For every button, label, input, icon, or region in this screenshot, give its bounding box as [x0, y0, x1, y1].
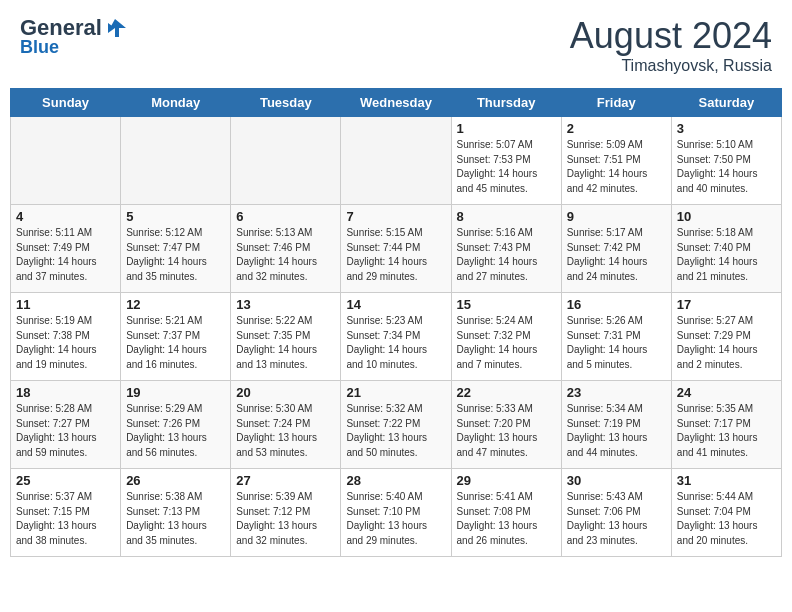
- day-info: Sunrise: 5:24 AMSunset: 7:32 PMDaylight:…: [457, 314, 556, 372]
- day-number: 31: [677, 473, 776, 488]
- day-info: Sunrise: 5:28 AMSunset: 7:27 PMDaylight:…: [16, 402, 115, 460]
- day-number: 8: [457, 209, 556, 224]
- header-row: SundayMondayTuesdayWednesdayThursdayFrid…: [11, 89, 782, 117]
- calendar-cell: [341, 117, 451, 205]
- calendar-cell: 8Sunrise: 5:16 AMSunset: 7:43 PMDaylight…: [451, 205, 561, 293]
- col-header-wednesday: Wednesday: [341, 89, 451, 117]
- day-number: 7: [346, 209, 445, 224]
- day-info: Sunrise: 5:37 AMSunset: 7:15 PMDaylight:…: [16, 490, 115, 548]
- day-info: Sunrise: 5:41 AMSunset: 7:08 PMDaylight:…: [457, 490, 556, 548]
- day-number: 6: [236, 209, 335, 224]
- calendar-cell: 15Sunrise: 5:24 AMSunset: 7:32 PMDayligh…: [451, 293, 561, 381]
- week-row-2: 11Sunrise: 5:19 AMSunset: 7:38 PMDayligh…: [11, 293, 782, 381]
- location: Timashyovsk, Russia: [570, 57, 772, 75]
- day-number: 23: [567, 385, 666, 400]
- title-block: August 2024 Timashyovsk, Russia: [570, 15, 772, 75]
- day-number: 13: [236, 297, 335, 312]
- calendar-table: SundayMondayTuesdayWednesdayThursdayFrid…: [10, 88, 782, 557]
- week-row-4: 25Sunrise: 5:37 AMSunset: 7:15 PMDayligh…: [11, 469, 782, 557]
- day-number: 21: [346, 385, 445, 400]
- calendar-cell: 19Sunrise: 5:29 AMSunset: 7:26 PMDayligh…: [121, 381, 231, 469]
- calendar-cell: 13Sunrise: 5:22 AMSunset: 7:35 PMDayligh…: [231, 293, 341, 381]
- calendar-cell: 4Sunrise: 5:11 AMSunset: 7:49 PMDaylight…: [11, 205, 121, 293]
- calendar-cell: 21Sunrise: 5:32 AMSunset: 7:22 PMDayligh…: [341, 381, 451, 469]
- calendar-cell: 9Sunrise: 5:17 AMSunset: 7:42 PMDaylight…: [561, 205, 671, 293]
- col-header-thursday: Thursday: [451, 89, 561, 117]
- week-row-0: 1Sunrise: 5:07 AMSunset: 7:53 PMDaylight…: [11, 117, 782, 205]
- calendar-cell: 12Sunrise: 5:21 AMSunset: 7:37 PMDayligh…: [121, 293, 231, 381]
- calendar-cell: 7Sunrise: 5:15 AMSunset: 7:44 PMDaylight…: [341, 205, 451, 293]
- day-info: Sunrise: 5:18 AMSunset: 7:40 PMDaylight:…: [677, 226, 776, 284]
- day-info: Sunrise: 5:34 AMSunset: 7:19 PMDaylight:…: [567, 402, 666, 460]
- day-number: 2: [567, 121, 666, 136]
- calendar-cell: 23Sunrise: 5:34 AMSunset: 7:19 PMDayligh…: [561, 381, 671, 469]
- day-info: Sunrise: 5:43 AMSunset: 7:06 PMDaylight:…: [567, 490, 666, 548]
- day-info: Sunrise: 5:15 AMSunset: 7:44 PMDaylight:…: [346, 226, 445, 284]
- calendar-cell: 28Sunrise: 5:40 AMSunset: 7:10 PMDayligh…: [341, 469, 451, 557]
- day-number: 12: [126, 297, 225, 312]
- calendar-cell: 24Sunrise: 5:35 AMSunset: 7:17 PMDayligh…: [671, 381, 781, 469]
- month-title: August 2024: [570, 15, 772, 57]
- day-info: Sunrise: 5:22 AMSunset: 7:35 PMDaylight:…: [236, 314, 335, 372]
- day-info: Sunrise: 5:19 AMSunset: 7:38 PMDaylight:…: [16, 314, 115, 372]
- day-number: 1: [457, 121, 556, 136]
- calendar-cell: 31Sunrise: 5:44 AMSunset: 7:04 PMDayligh…: [671, 469, 781, 557]
- day-number: 5: [126, 209, 225, 224]
- day-info: Sunrise: 5:11 AMSunset: 7:49 PMDaylight:…: [16, 226, 115, 284]
- day-number: 20: [236, 385, 335, 400]
- calendar-cell: 27Sunrise: 5:39 AMSunset: 7:12 PMDayligh…: [231, 469, 341, 557]
- day-info: Sunrise: 5:07 AMSunset: 7:53 PMDaylight:…: [457, 138, 556, 196]
- logo-blue: Blue: [20, 37, 59, 58]
- day-info: Sunrise: 5:30 AMSunset: 7:24 PMDaylight:…: [236, 402, 335, 460]
- day-info: Sunrise: 5:09 AMSunset: 7:51 PMDaylight:…: [567, 138, 666, 196]
- week-row-3: 18Sunrise: 5:28 AMSunset: 7:27 PMDayligh…: [11, 381, 782, 469]
- col-header-monday: Monday: [121, 89, 231, 117]
- day-info: Sunrise: 5:21 AMSunset: 7:37 PMDaylight:…: [126, 314, 225, 372]
- col-header-sunday: Sunday: [11, 89, 121, 117]
- day-number: 25: [16, 473, 115, 488]
- col-header-tuesday: Tuesday: [231, 89, 341, 117]
- day-number: 10: [677, 209, 776, 224]
- day-info: Sunrise: 5:17 AMSunset: 7:42 PMDaylight:…: [567, 226, 666, 284]
- col-header-friday: Friday: [561, 89, 671, 117]
- calendar-cell: 10Sunrise: 5:18 AMSunset: 7:40 PMDayligh…: [671, 205, 781, 293]
- day-info: Sunrise: 5:26 AMSunset: 7:31 PMDaylight:…: [567, 314, 666, 372]
- day-info: Sunrise: 5:32 AMSunset: 7:22 PMDaylight:…: [346, 402, 445, 460]
- calendar-cell: 26Sunrise: 5:38 AMSunset: 7:13 PMDayligh…: [121, 469, 231, 557]
- day-number: 9: [567, 209, 666, 224]
- day-number: 16: [567, 297, 666, 312]
- week-row-1: 4Sunrise: 5:11 AMSunset: 7:49 PMDaylight…: [11, 205, 782, 293]
- day-number: 19: [126, 385, 225, 400]
- day-number: 17: [677, 297, 776, 312]
- calendar-cell: 5Sunrise: 5:12 AMSunset: 7:47 PMDaylight…: [121, 205, 231, 293]
- calendar-cell: 6Sunrise: 5:13 AMSunset: 7:46 PMDaylight…: [231, 205, 341, 293]
- day-info: Sunrise: 5:38 AMSunset: 7:13 PMDaylight:…: [126, 490, 225, 548]
- day-number: 29: [457, 473, 556, 488]
- calendar-cell: 30Sunrise: 5:43 AMSunset: 7:06 PMDayligh…: [561, 469, 671, 557]
- day-number: 3: [677, 121, 776, 136]
- calendar-cell: 22Sunrise: 5:33 AMSunset: 7:20 PMDayligh…: [451, 381, 561, 469]
- calendar-cell: 18Sunrise: 5:28 AMSunset: 7:27 PMDayligh…: [11, 381, 121, 469]
- calendar-cell: 17Sunrise: 5:27 AMSunset: 7:29 PMDayligh…: [671, 293, 781, 381]
- day-number: 11: [16, 297, 115, 312]
- calendar-cell: 16Sunrise: 5:26 AMSunset: 7:31 PMDayligh…: [561, 293, 671, 381]
- calendar-cell: 25Sunrise: 5:37 AMSunset: 7:15 PMDayligh…: [11, 469, 121, 557]
- day-number: 30: [567, 473, 666, 488]
- calendar-cell: 14Sunrise: 5:23 AMSunset: 7:34 PMDayligh…: [341, 293, 451, 381]
- day-number: 24: [677, 385, 776, 400]
- day-info: Sunrise: 5:29 AMSunset: 7:26 PMDaylight:…: [126, 402, 225, 460]
- calendar-cell: 11Sunrise: 5:19 AMSunset: 7:38 PMDayligh…: [11, 293, 121, 381]
- day-info: Sunrise: 5:44 AMSunset: 7:04 PMDaylight:…: [677, 490, 776, 548]
- day-number: 18: [16, 385, 115, 400]
- day-number: 26: [126, 473, 225, 488]
- day-info: Sunrise: 5:27 AMSunset: 7:29 PMDaylight:…: [677, 314, 776, 372]
- day-info: Sunrise: 5:35 AMSunset: 7:17 PMDaylight:…: [677, 402, 776, 460]
- day-info: Sunrise: 5:16 AMSunset: 7:43 PMDaylight:…: [457, 226, 556, 284]
- day-number: 4: [16, 209, 115, 224]
- calendar-cell: 3Sunrise: 5:10 AMSunset: 7:50 PMDaylight…: [671, 117, 781, 205]
- calendar-cell: [231, 117, 341, 205]
- day-info: Sunrise: 5:33 AMSunset: 7:20 PMDaylight:…: [457, 402, 556, 460]
- day-info: Sunrise: 5:10 AMSunset: 7:50 PMDaylight:…: [677, 138, 776, 196]
- day-info: Sunrise: 5:39 AMSunset: 7:12 PMDaylight:…: [236, 490, 335, 548]
- col-header-saturday: Saturday: [671, 89, 781, 117]
